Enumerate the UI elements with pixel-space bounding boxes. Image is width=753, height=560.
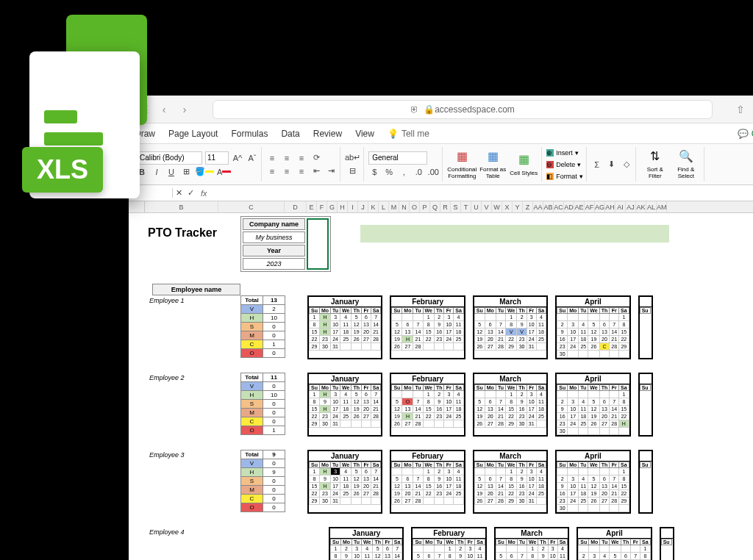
employee-name[interactable]: Employee 4: [145, 527, 240, 537]
calendar-day[interactable]: [496, 545, 506, 553]
calendar-day[interactable]: H: [319, 314, 330, 321]
calendar-day[interactable]: [579, 545, 589, 553]
tab-page-layout[interactable]: Page Layout: [168, 129, 218, 139]
calendar-day[interactable]: 23: [319, 336, 330, 343]
calendar-day[interactable]: 23: [319, 413, 330, 420]
cancel-icon[interactable]: ✕: [173, 187, 185, 199]
calendar-day[interactable]: 27: [362, 336, 371, 343]
calendar-day[interactable]: 15: [619, 406, 629, 413]
calendar-day[interactable]: [454, 498, 464, 505]
calendar-day[interactable]: V: [505, 329, 516, 336]
calendar-day[interactable]: 20: [599, 336, 610, 343]
calendar-day[interactable]: [340, 420, 351, 428]
calendar-day[interactable]: [351, 343, 362, 351]
calendar-day[interactable]: 8: [527, 553, 538, 560]
calendar-day[interactable]: 1: [505, 391, 516, 398]
employee-name[interactable]: Employee 1: [145, 295, 240, 306]
calendar-day[interactable]: 7: [392, 545, 402, 553]
calendar-day[interactable]: 21: [413, 336, 423, 343]
dec-decimal-icon[interactable]: .00: [427, 166, 439, 178]
calendar-day[interactable]: [474, 314, 485, 321]
calendar-day[interactable]: [579, 351, 588, 358]
calendar-day[interactable]: 9: [434, 321, 444, 329]
calendar-day[interactable]: 19: [474, 490, 485, 498]
calendar-day[interactable]: 28: [610, 343, 619, 351]
calendar-day[interactable]: 17: [331, 329, 340, 336]
calendar-day[interactable]: 30: [319, 343, 330, 351]
calendar-day[interactable]: 28: [610, 420, 619, 428]
column-header[interactable]: X: [502, 201, 513, 212]
calendar-day[interactable]: H: [319, 468, 330, 475]
calendar-day[interactable]: 11: [579, 329, 588, 336]
calendar-day[interactable]: 4: [557, 545, 568, 553]
calendar-day[interactable]: 19: [588, 490, 599, 498]
calendar-day[interactable]: 10: [444, 398, 454, 406]
calendar-day[interactable]: 18: [340, 329, 351, 336]
calendar-day[interactable]: H: [319, 391, 330, 398]
calendar-day[interactable]: 15: [505, 483, 516, 490]
calendar-day[interactable]: 10: [331, 475, 340, 483]
column-header[interactable]: F: [317, 201, 327, 212]
calendar-day[interactable]: 28: [496, 343, 505, 351]
calendar-day[interactable]: 11: [454, 321, 464, 329]
calendar-day[interactable]: 10: [568, 406, 579, 413]
calendar-day[interactable]: 21: [610, 413, 619, 420]
cell-styles-button[interactable]: ▦Cell Styles: [509, 147, 538, 179]
calendar-day[interactable]: 10: [568, 329, 579, 336]
number-format-select[interactable]: [368, 151, 427, 165]
align-bottom-icon[interactable]: ≡: [296, 152, 307, 164]
nav-forward-icon[interactable]: ›: [177, 102, 192, 117]
calendar-day[interactable]: [579, 468, 588, 475]
calendar-day[interactable]: 23: [517, 413, 527, 420]
calendar-day[interactable]: 20: [485, 413, 496, 420]
comments-button[interactable]: 💬 Com: [738, 129, 753, 139]
indent-dec-icon[interactable]: ⇤: [310, 165, 322, 177]
calendar-day[interactable]: 2: [434, 314, 444, 321]
autosum-icon[interactable]: Σ: [591, 159, 603, 170]
calendar-day[interactable]: 10: [465, 553, 475, 560]
calendar-day[interactable]: 7: [413, 475, 423, 483]
format-as-table-button[interactable]: ▦Format as Table: [478, 147, 507, 179]
calendar-day[interactable]: 30: [517, 420, 527, 428]
calendar-day[interactable]: 13: [362, 398, 371, 406]
calendar-day[interactable]: 14: [496, 406, 505, 413]
selected-cell[interactable]: [307, 218, 329, 270]
calendar-day[interactable]: 3: [589, 553, 600, 560]
calendar-day[interactable]: 27: [485, 420, 496, 428]
calendar-day[interactable]: 31: [527, 498, 536, 505]
calendar-day[interactable]: 17: [331, 406, 340, 413]
calendar-day[interactable]: 11: [536, 475, 546, 483]
calendar-day[interactable]: 21: [610, 336, 619, 343]
calendar-day[interactable]: [362, 498, 371, 505]
calendar-day[interactable]: [444, 343, 454, 351]
calendar-day[interactable]: 2: [517, 468, 527, 475]
comma-icon[interactable]: ,: [398, 166, 410, 178]
calendar-day[interactable]: 25: [340, 336, 351, 343]
calendar-day[interactable]: 20: [485, 490, 496, 498]
calendar-day[interactable]: 8: [619, 398, 629, 406]
calendar-day[interactable]: 18: [579, 490, 588, 498]
calendar-day[interactable]: [599, 428, 610, 435]
calendar-day[interactable]: 15: [310, 406, 320, 413]
calendar-day[interactable]: 27: [485, 498, 496, 505]
calendar-day[interactable]: 2: [434, 468, 444, 475]
calendar-day[interactable]: 5: [392, 475, 402, 483]
column-header[interactable]: G: [327, 201, 338, 212]
calendar-day[interactable]: 18: [536, 483, 546, 490]
calendar-day[interactable]: 1: [619, 391, 629, 398]
calendar-day[interactable]: [599, 351, 610, 358]
calendar-day[interactable]: 22: [423, 336, 434, 343]
clear-icon[interactable]: ◇: [621, 159, 632, 170]
calendar-day[interactable]: 4: [536, 391, 546, 398]
column-header[interactable]: AI: [615, 201, 626, 212]
calendar-day[interactable]: 27: [485, 343, 496, 351]
calendar-day[interactable]: 9: [557, 406, 568, 413]
calendar-day[interactable]: 28: [371, 490, 381, 498]
calendar-day[interactable]: 7: [371, 391, 381, 398]
calendar-day[interactable]: 2: [557, 398, 568, 406]
calendar-day[interactable]: 5: [351, 468, 362, 475]
calendar-day[interactable]: 25: [454, 336, 464, 343]
calendar-day[interactable]: [506, 545, 517, 553]
column-header[interactable]: P: [420, 201, 430, 212]
column-header[interactable]: U: [471, 201, 482, 212]
